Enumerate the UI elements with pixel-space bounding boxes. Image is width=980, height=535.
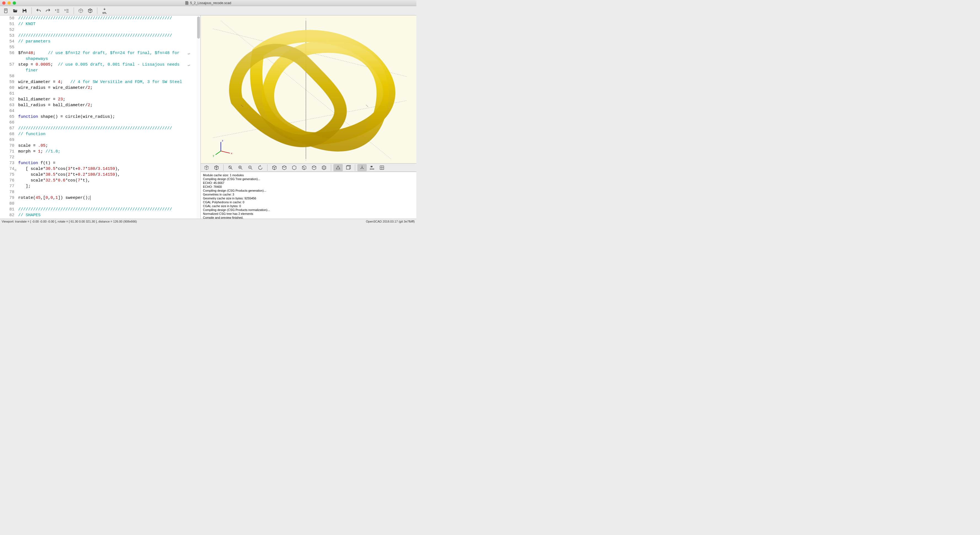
code-line[interactable] (18, 108, 196, 114)
render-button[interactable] (86, 7, 94, 14)
main-toolbar: STL (0, 6, 416, 16)
code-line[interactable]: wire_radius = wire_diameter/2; (18, 85, 196, 91)
code-line[interactable] (18, 137, 196, 143)
preview-button[interactable] (202, 164, 211, 171)
line-number: 79 (0, 195, 14, 201)
reset-view-button[interactable] (256, 164, 265, 171)
view-right-button[interactable] (270, 164, 279, 171)
code-line[interactable]: shapeways (18, 56, 196, 62)
zoom-fit-button[interactable] (226, 164, 235, 171)
console-line: Geometries in cache: 3 (203, 193, 414, 196)
code-line[interactable]: ball_radius = ball_diameter/2; (18, 102, 196, 108)
line-number: 72 (0, 154, 14, 160)
view-bottom-button[interactable] (290, 164, 299, 171)
export-stl-button[interactable]: STL (100, 7, 109, 14)
indent-button[interactable] (63, 7, 71, 14)
line-number: 61 (0, 91, 14, 97)
code-line[interactable] (18, 27, 196, 33)
window-controls (2, 2, 16, 5)
code-line[interactable]: ////////////////////////////////////////… (18, 16, 196, 21)
open-file-button[interactable] (11, 7, 19, 14)
code-line[interactable]: scale = .05; (18, 143, 196, 149)
line-number: 63 (0, 102, 14, 108)
zoom-out-button[interactable] (246, 164, 255, 171)
code-line[interactable] (18, 91, 196, 97)
unindent-button[interactable] (53, 7, 62, 14)
line-number: 57 (0, 62, 14, 68)
undo-button[interactable] (35, 7, 43, 14)
code-line[interactable]: step = 0.0005; // use 0.005 draft, 0.001… (18, 62, 196, 68)
svg-rect-18 (346, 166, 350, 169)
line-number: 68 (0, 131, 14, 137)
code-line[interactable] (18, 120, 196, 126)
editor-scrollbar[interactable] (197, 16, 200, 219)
console-line: Module cache size: 1 modules (203, 173, 414, 177)
view-top-button[interactable] (280, 164, 289, 171)
view-back-button[interactable] (319, 164, 329, 171)
svg-line-7 (221, 151, 230, 153)
code-line[interactable]: // parameters (18, 38, 196, 45)
line-number: 71 (0, 149, 14, 154)
render-button[interactable] (212, 164, 221, 171)
line-number: 81 (0, 207, 14, 212)
save-file-button[interactable] (21, 7, 29, 14)
code-line[interactable]: function shape() = circle(wire_radius); (18, 114, 196, 120)
code-line[interactable]: ball_diameter = 23; (18, 97, 196, 102)
zoom-in-button[interactable] (236, 164, 245, 171)
code-line[interactable] (18, 154, 196, 160)
code-line[interactable]: morph = 1; //1.8; (18, 149, 196, 154)
line-number: 50 (0, 16, 14, 21)
line-number: 64 (0, 108, 14, 114)
crosshair-button[interactable] (377, 164, 387, 171)
3d-viewport[interactable]: x y z (201, 16, 416, 164)
svg-rect-1 (24, 11, 25, 13)
line-number: 70 (0, 143, 14, 149)
axes-button[interactable] (357, 164, 367, 171)
line-number: 77 (0, 183, 14, 189)
code-line[interactable]: ////////////////////////////////////////… (18, 207, 196, 212)
code-line[interactable]: // function (18, 131, 196, 137)
fold-toggle-icon[interactable]: ⊟ (14, 167, 16, 173)
zoom-window-button[interactable] (13, 2, 16, 5)
svg-rect-0 (5, 8, 7, 13)
code-editor[interactable]: 5051525354555657585960616263646566676869… (0, 16, 200, 219)
code-line[interactable]: function f(t) = (18, 160, 196, 166)
line-number: 74 (0, 166, 14, 172)
svg-line-9 (216, 151, 221, 155)
code-line[interactable]: scale*32.5*0.6*cos(7*t), (18, 178, 196, 183)
close-window-button[interactable] (2, 2, 5, 5)
code-line[interactable]: rotate(45,[0,0,1]) sweeper(); (18, 195, 196, 201)
code-line[interactable]: ]; (18, 183, 196, 189)
code-line[interactable]: scale*38.5*cos(2*t+0.2*180/3.14159), (18, 172, 196, 178)
line-number: 54 (0, 38, 14, 45)
line-number: 66 (0, 120, 14, 126)
code-line[interactable]: // KNOT (18, 21, 196, 27)
line-number: 69 (0, 137, 14, 143)
code-line[interactable] (18, 45, 196, 50)
code-line[interactable]: $fn=48; // use $fn=12 for draft, $fn=24 … (18, 50, 196, 56)
minimize-window-button[interactable] (8, 2, 11, 5)
view-front-button[interactable] (309, 164, 319, 171)
new-file-button[interactable] (2, 7, 10, 14)
code-line[interactable]: ////////////////////////////////////////… (18, 126, 196, 131)
scale-marker-button[interactable]: 10 (367, 164, 377, 171)
titlebar: 5_2_Lissajous_recode.scad (0, 0, 416, 6)
ortho-button[interactable] (343, 164, 353, 171)
code-line[interactable]: wire_diameter = 4; // 4 for SW Versitile… (18, 79, 196, 85)
code-line[interactable] (18, 73, 196, 79)
console-output[interactable]: Module cache size: 1 modulesCompiling de… (201, 172, 416, 219)
code-line[interactable]: [ scale*30.5*cos(3*t+0.7*180/3.14159), (18, 166, 196, 172)
line-number: 65 (0, 114, 14, 120)
editor-panel: 5051525354555657585960616263646566676869… (0, 16, 201, 219)
line-number (0, 68, 14, 73)
code-line[interactable]: finer (18, 68, 196, 73)
code-line[interactable]: // SHAPES (18, 212, 196, 218)
code-line[interactable]: ////////////////////////////////////////… (18, 33, 196, 38)
perspective-button[interactable] (333, 164, 343, 171)
redo-button[interactable] (44, 7, 52, 14)
code-line[interactable] (18, 201, 196, 207)
preview-button[interactable] (76, 7, 85, 14)
line-number: 53 (0, 33, 14, 38)
view-left-button[interactable] (299, 164, 309, 171)
code-line[interactable] (18, 189, 196, 195)
